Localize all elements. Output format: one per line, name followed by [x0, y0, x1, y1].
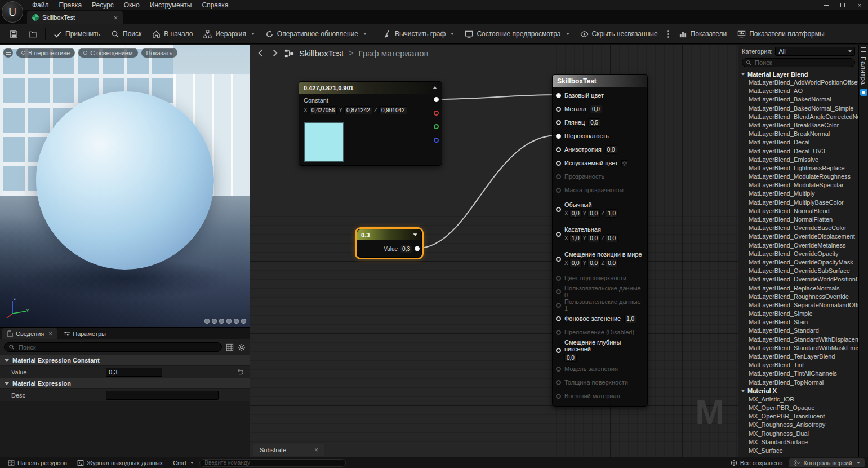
- pin-icon[interactable]: [556, 232, 561, 237]
- palette-item[interactable]: MatLayerBlend_TenLayerBlend: [738, 352, 858, 361]
- tab-substrate[interactable]: Substrate ×: [253, 444, 324, 456]
- maximize-button[interactable]: [834, 0, 851, 10]
- collapse-up-icon[interactable]: [433, 86, 437, 89]
- palette-item[interactable]: MatLayerBlend_Emissive: [738, 156, 858, 164]
- pin-icon[interactable]: [556, 161, 561, 166]
- b-output-pin[interactable]: [434, 138, 439, 143]
- close-icon[interactable]: ×: [314, 446, 318, 454]
- show-button[interactable]: Показать: [141, 48, 178, 58]
- apply-button[interactable]: Применить: [48, 27, 105, 41]
- search-button[interactable]: Поиск: [106, 27, 146, 41]
- lit-mode-button[interactable]: С освещением: [78, 48, 137, 58]
- clean-graph-button[interactable]: Вычистить граф: [378, 27, 459, 41]
- pin-icon[interactable]: [556, 207, 561, 212]
- pin-anisotropy[interactable]: Анизотропия 0,0: [553, 143, 647, 156]
- preview-state-button[interactable]: Состояние предпросмотра: [460, 27, 574, 41]
- r-output-pin[interactable]: [434, 111, 439, 116]
- pin-pixel-depth-offset[interactable]: Смещение глубины пикселей 0,0: [553, 339, 647, 362]
- palette-item[interactable]: MatLayerBlend_RoughnessOverride: [738, 293, 858, 301]
- menu-item[interactable]: Ресурс: [87, 0, 119, 10]
- pin-world-position-offset[interactable]: Смещение позиции в мире X0,0 Y0,0 Z0,0: [553, 246, 647, 271]
- details-search-input[interactable]: [17, 343, 217, 351]
- menu-item[interactable]: Окно: [119, 0, 145, 10]
- emissive-swatch[interactable]: [621, 160, 627, 166]
- palette-item[interactable]: MatLayerBlend_SeparateNormalandOffset: [738, 301, 858, 310]
- menu-item[interactable]: Инструменты: [145, 0, 197, 10]
- hierarchy-button[interactable]: Иерархия: [198, 27, 259, 41]
- scalar-output-pin[interactable]: [415, 246, 420, 251]
- tab-skillboxtest[interactable]: SkillboxTest ×: [27, 11, 123, 24]
- pin-tangent[interactable]: Касательная X1,0 Y0,0 Z0,0: [553, 222, 647, 246]
- palette-item[interactable]: MX_Artistic_IOR: [738, 395, 858, 404]
- preview-viewport[interactable]: В перспективе С освещением Показать z y: [0, 45, 250, 327]
- palette-item[interactable]: MatLayerBlend_ReplaceNormals: [738, 284, 858, 293]
- forward-arrow-icon[interactable]: [270, 48, 279, 58]
- palette-item[interactable]: MX_Surface: [738, 447, 858, 455]
- tab-parameters[interactable]: Параметры: [59, 328, 111, 339]
- tab-details[interactable]: Сведения×: [2, 328, 57, 339]
- palette-item[interactable]: MatLayerBlend_Standard: [738, 326, 858, 335]
- close-button[interactable]: ×: [851, 0, 868, 10]
- palette-item[interactable]: MatLayerBlend_BreakNormal: [738, 130, 858, 138]
- pin-roughness[interactable]: Шероховатость: [553, 129, 647, 143]
- pin-base-color[interactable]: Базовый цвет: [553, 89, 647, 102]
- perspective-button[interactable]: В перспективе: [16, 48, 75, 58]
- more-options-icon[interactable]: [664, 30, 673, 38]
- category-dropdown[interactable]: All: [775, 47, 855, 56]
- palette-item[interactable]: MatLayerBlend_Decal: [738, 138, 858, 147]
- back-arrow-icon[interactable]: [256, 48, 265, 58]
- palette-item[interactable]: MatLayerBlend_OverrideDisplacement: [738, 232, 858, 241]
- palette-group-material-x[interactable]: Material X: [738, 387, 858, 395]
- details-search[interactable]: [4, 342, 222, 352]
- palette-item[interactable]: MatLayerBlend_BakedNormal_Simple: [738, 104, 858, 113]
- scalar-value-input[interactable]: 0,3: [400, 245, 412, 253]
- palette-item[interactable]: MatLayerBlend_AO: [738, 87, 858, 95]
- desc-input[interactable]: [106, 391, 219, 400]
- menu-item[interactable]: Справка: [197, 0, 233, 10]
- material-result-node[interactable]: SkillboxTest Базовый цвет Металл 0,0 Гля…: [552, 74, 648, 407]
- chevron-down-icon[interactable]: [413, 233, 417, 236]
- palette-item[interactable]: MatLayerBlend_OverrideMetalness: [738, 241, 858, 250]
- breadcrumb-root[interactable]: SkillboxTest: [299, 48, 344, 58]
- rgb-output-pin[interactable]: [434, 97, 439, 102]
- content-drawer-button[interactable]: Панель ресурсов: [3, 457, 72, 468]
- material-graph-canvas[interactable]: M SkillboxTest > Граф материалов 0.427,0…: [250, 45, 738, 457]
- pin-icon[interactable]: [556, 147, 561, 152]
- palette-item[interactable]: MX_Roughness_Anisotropy: [738, 421, 858, 429]
- palette-group-material-layer-blend[interactable]: Material Layer Blend: [738, 70, 858, 78]
- palette-item[interactable]: MatLayerBlend_StandardWithMaskEmissive: [738, 344, 858, 352]
- pin-icon[interactable]: [556, 348, 561, 353]
- pin-emissive[interactable]: Испускаемый цвет: [553, 156, 647, 170]
- viewport-quick-icons[interactable]: [204, 319, 246, 324]
- output-log-button[interactable]: Журнал выходных данных: [73, 457, 167, 468]
- palette-item[interactable]: MatLayerBlend_OverrideSubSurface: [738, 267, 858, 275]
- palette-item[interactable]: MatLayerBlend_MultiplyBaseColor: [738, 198, 858, 207]
- palette-item[interactable]: MX_OpenPBR_Translucent: [738, 412, 858, 421]
- pin-specular[interactable]: Глянец 0,5: [553, 116, 647, 129]
- palette-item[interactable]: MatLayerBlend_BakedNormal: [738, 95, 858, 104]
- home-button[interactable]: В начало: [147, 27, 198, 41]
- live-update-button[interactable]: Оперативное обновление: [260, 27, 372, 41]
- section-material-expression-constant[interactable]: Material Expression Constant: [0, 355, 250, 365]
- section-material-expression[interactable]: Material Expression: [0, 378, 250, 388]
- palette-search[interactable]: [742, 58, 855, 67]
- pin-icon[interactable]: [556, 93, 561, 98]
- palette-item[interactable]: MX_StandardSurface: [738, 438, 858, 447]
- palette-item[interactable]: MatLayerBlend_OverrideOpacity: [738, 250, 858, 258]
- constant-x-input[interactable]: 0,427056: [309, 106, 337, 114]
- browse-to-asset-button[interactable]: [24, 27, 42, 41]
- palette-item[interactable]: MatLayerBlend_LightmassReplace: [738, 164, 858, 173]
- palette-item[interactable]: MatLayerBlend_BlendAngleCorrectedNormals: [738, 113, 858, 121]
- palette-item[interactable]: MatLayerBlend_Tint: [738, 361, 858, 369]
- material-node-title[interactable]: SkillboxTest: [553, 75, 647, 87]
- source-control-button[interactable]: Контроль версий: [789, 458, 865, 467]
- pin-ambient-occlusion[interactable]: Фоновое затенение 1,0: [553, 312, 647, 325]
- palette-item[interactable]: MatLayerBlend_Simple: [738, 310, 858, 318]
- palette-tab-icon[interactable]: [861, 47, 866, 52]
- value-input[interactable]: [106, 368, 162, 377]
- palette-search-input[interactable]: [754, 59, 851, 67]
- cmd-dropdown[interactable]: Cmd: [168, 457, 198, 468]
- stats-button[interactable]: Показатели: [674, 27, 732, 41]
- palette-item[interactable]: MatLayerBlend_TopNormal: [738, 378, 858, 387]
- pin-icon[interactable]: [556, 257, 561, 262]
